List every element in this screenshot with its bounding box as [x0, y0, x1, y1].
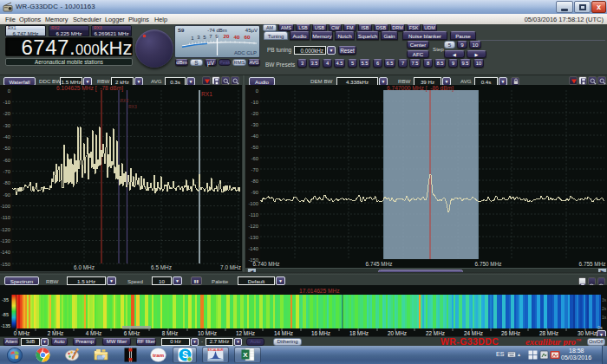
svg-text:6 MHz: 6 MHz: [124, 330, 140, 336]
svg-text:3s: 3s: [602, 297, 607, 302]
svg-text:2 MHz: 2 MHz: [48, 330, 63, 336]
svg-text:12 MHz: 12 MHz: [236, 330, 255, 336]
svg-text:30 MHz: 30 MHz: [578, 330, 597, 336]
svg-text:-85: -85: [2, 312, 9, 317]
svg-text:20 MHz: 20 MHz: [388, 330, 407, 336]
svg-text:2s: 2s: [602, 306, 607, 311]
svg-text:4 MHz: 4 MHz: [86, 330, 101, 336]
svg-text:EXCALIBUR: EXCALIBUR: [208, 348, 224, 352]
svg-text:24 MHz: 24 MHz: [464, 330, 483, 336]
svg-text:17.014625 MHz: 17.014625 MHz: [299, 288, 340, 294]
svg-text:-135: -135: [1, 323, 10, 328]
svg-text:1s: 1s: [602, 315, 607, 320]
svg-text:26 MHz: 26 MHz: [501, 330, 520, 336]
svg-text:10 MHz: 10 MHz: [198, 330, 217, 336]
svg-text:8 MHz: 8 MHz: [162, 330, 178, 336]
svg-text:28 MHz: 28 MHz: [539, 330, 558, 336]
svg-text:0 MHz: 0 MHz: [14, 330, 29, 336]
svg-text:22 MHz: 22 MHz: [426, 330, 445, 336]
svg-text:tram: tram: [153, 353, 164, 358]
svg-text:X: X: [243, 351, 248, 359]
svg-text:16 MHz: 16 MHz: [311, 330, 330, 336]
svg-text:18 MHz: 18 MHz: [349, 330, 369, 336]
svg-text:-35: -35: [2, 297, 9, 302]
svg-text:14 MHz: 14 MHz: [274, 330, 293, 336]
